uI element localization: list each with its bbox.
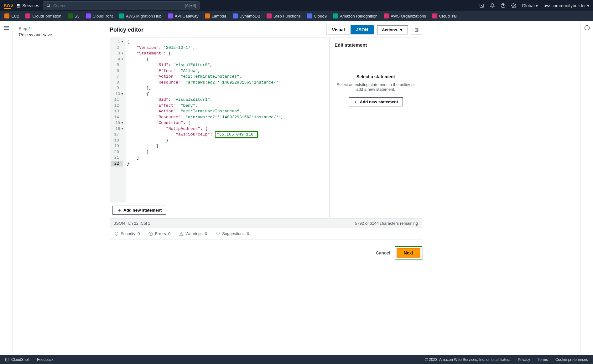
service-link-api-gateway[interactable]: API Gateway <box>168 13 199 18</box>
code-line: "aws:SourceIp": "55.165.049.118" <box>126 132 329 138</box>
help-icon[interactable] <box>501 3 506 8</box>
search-icon <box>46 3 51 8</box>
add-statement-side-button[interactable]: Add new statement <box>349 97 403 106</box>
grid-icon <box>17 4 20 8</box>
service-icon <box>432 13 437 18</box>
side-panel-header: Edit statement <box>330 38 422 52</box>
code-line: } <box>126 161 329 167</box>
service-link-step-functions[interactable]: Step Functions <box>267 13 301 18</box>
search-input[interactable] <box>53 3 182 8</box>
actions-dropdown[interactable]: Actions ▼ <box>377 25 408 34</box>
region-label: Global <box>522 3 534 8</box>
cancel-button[interactable]: Cancel <box>376 250 390 255</box>
service-icon <box>384 13 389 18</box>
gutter-line: 22 <box>111 161 123 167</box>
gutter-line: 11 <box>111 97 123 103</box>
json-toggle[interactable]: JSON <box>351 25 374 34</box>
service-label: EC2 <box>11 14 19 18</box>
shield-icon <box>114 232 119 236</box>
svg-point-0 <box>47 4 49 7</box>
code-line: { <box>126 57 329 63</box>
fold-caret-icon[interactable]: ▼ <box>122 39 123 45</box>
region-selector[interactable]: Global ▾ <box>522 3 538 8</box>
code-line: ] <box>126 155 329 161</box>
editor-mode-toggle: Visual JSON <box>326 25 374 34</box>
gutter-line: 14 <box>111 115 123 120</box>
chevron-down-icon: ▾ <box>536 3 538 8</box>
service-label: S3 <box>75 14 80 18</box>
code-line: "Resource": "arn:aws:ec2:*:148922931563:… <box>126 115 329 120</box>
editor-panel: 1▼23▼4▼5678910▼1112131415▼16▼17181920212… <box>110 38 422 218</box>
edit-statement-panel: Edit statement Select a statement Select… <box>329 38 422 218</box>
left-nav-toggle[interactable] <box>0 21 13 355</box>
services-menu[interactable]: Services <box>17 3 39 8</box>
highlighted-ip: "55.165.049.118" <box>215 131 258 138</box>
expand-button[interactable] <box>411 25 422 34</box>
service-link-cloud9[interactable]: Cloud9 <box>307 13 327 18</box>
service-link-cloudtrail[interactable]: CloudTrail <box>432 13 458 18</box>
next-button-highlight: Next <box>395 246 422 259</box>
service-link-aws-migration-hub[interactable]: AWS Migration Hub <box>119 13 162 18</box>
svg-rect-6 <box>416 29 418 31</box>
info-panel-toggle[interactable] <box>580 21 593 355</box>
cloudshell-icon[interactable] <box>479 3 484 8</box>
gutter-line: 16▼ <box>111 126 123 132</box>
notifications-icon[interactable] <box>490 3 495 8</box>
service-link-aws-organizations[interactable]: AWS Organizations <box>384 13 426 18</box>
step-title: Review and save <box>19 32 97 37</box>
lightbulb-icon <box>216 232 220 236</box>
fold-caret-icon[interactable]: ▼ <box>122 120 123 126</box>
service-link-cloudfront[interactable]: CloudFront <box>86 13 113 18</box>
visual-toggle[interactable]: Visual <box>326 25 351 34</box>
service-icon <box>333 13 338 18</box>
service-link-cloudformation[interactable]: CloudFormation <box>25 13 61 18</box>
code-line: "Condition": { <box>126 120 329 126</box>
gutter-line: 17 <box>111 132 123 138</box>
service-link-s3[interactable]: S3 <box>68 13 80 18</box>
chevron-down-icon: ▼ <box>399 28 403 32</box>
gutter-line: 2 <box>111 45 123 51</box>
step-panel: Step 2 Review and save <box>13 21 104 355</box>
settings-icon[interactable] <box>511 3 516 8</box>
expand-icon <box>414 28 419 32</box>
service-bar: EC2CloudFormationS3CloudFrontAWS Migrati… <box>0 11 593 21</box>
fold-caret-icon[interactable]: ▼ <box>122 91 123 97</box>
service-link-ec2[interactable]: EC2 <box>4 13 19 18</box>
search-shortcut: [Alt+S] <box>185 3 196 8</box>
svg-point-4 <box>513 5 514 6</box>
code-line: } <box>126 149 329 155</box>
service-icon <box>4 13 9 18</box>
suggestions-status: Suggestions: 0 <box>216 231 249 236</box>
actions-label: Actions <box>382 28 397 32</box>
top-header: aws Services [Alt+S] Global ▾ awscommuni… <box>0 0 593 11</box>
next-button[interactable]: Next <box>397 248 420 258</box>
service-label: Step Functions <box>273 14 301 18</box>
status-bar-position: JSON Ln 22, Col 1 5792 of 6144 character… <box>110 218 422 228</box>
user-menu[interactable]: awscommunitybuilder ▾ <box>544 3 589 8</box>
service-link-dynamodb[interactable]: DynamoDB <box>233 13 260 18</box>
aws-logo[interactable]: aws <box>4 3 13 9</box>
gutter-line: 8 <box>111 80 123 86</box>
service-icon <box>307 13 312 18</box>
code-line: "Action": "ec2:TerminateInstances", <box>126 74 329 80</box>
service-label: CloudFront <box>93 14 113 18</box>
fold-caret-icon[interactable]: ▼ <box>122 51 123 57</box>
service-label: DynamoDB <box>240 14 260 18</box>
service-link-lambda[interactable]: Lambda <box>205 13 226 18</box>
errors-status: Errors: 0 <box>148 231 170 236</box>
code-line: "Resource": "arn:aws:ec2:*:148922931563:… <box>126 80 329 86</box>
service-icon <box>233 13 238 18</box>
code-line: "Sid": "VisualEditor1", <box>126 97 329 103</box>
fold-caret-icon[interactable]: ▼ <box>122 57 123 63</box>
gutter-line: 12 <box>111 103 123 109</box>
add-statement-button[interactable]: Add new statement <box>112 206 166 215</box>
svg-rect-5 <box>415 28 418 31</box>
service-label: CloudTrail <box>439 14 458 18</box>
fold-caret-icon[interactable]: ▼ <box>122 126 123 132</box>
code-editor[interactable]: 1▼23▼4▼5678910▼1112131415▼16▼17181920212… <box>110 38 329 203</box>
service-link-amazon-rekognition[interactable]: Amazon Rekognition <box>333 13 377 18</box>
service-icon <box>25 13 30 18</box>
gutter-line: 9 <box>111 85 123 91</box>
search-box[interactable]: [Alt+S] <box>43 1 200 10</box>
warnings-status: Warnings: 0 <box>179 231 207 236</box>
